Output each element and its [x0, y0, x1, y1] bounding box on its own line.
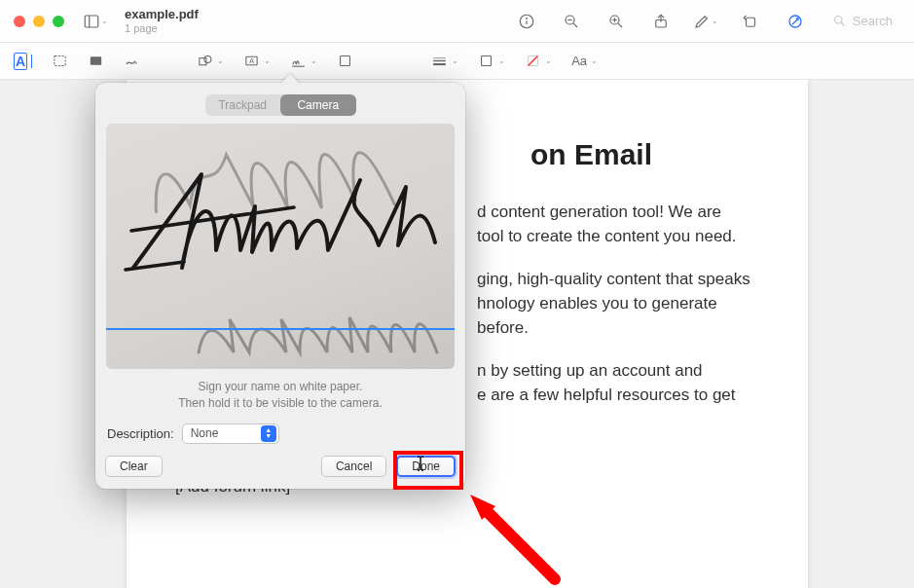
font-tool[interactable]: Aa⌄ [571, 54, 598, 68]
svg-rect-28 [482, 56, 492, 66]
camera-tab[interactable]: Camera [280, 94, 356, 116]
info-button[interactable] [511, 8, 542, 35]
file-title-block: example.pdf 1 page [125, 8, 199, 33]
sidebar-toggle[interactable]: ⌄ [80, 8, 111, 35]
description-value: None [191, 426, 219, 440]
annotate-toggle[interactable] [780, 8, 811, 35]
done-button[interactable]: Done [396, 456, 456, 477]
search-field[interactable]: Search [824, 10, 900, 32]
shapes-tool[interactable]: ⌄ [197, 53, 224, 69]
redact-tool[interactable] [88, 53, 104, 69]
camera-preview [106, 124, 455, 369]
line-style-tool[interactable]: ⌄ [431, 53, 458, 69]
svg-line-6 [573, 22, 577, 26]
file-name: example.pdf [125, 8, 199, 21]
zoom-out-button[interactable] [556, 8, 587, 35]
svg-line-16 [841, 22, 844, 25]
rotate-button[interactable] [735, 8, 766, 35]
description-select[interactable]: None ▲▼ [182, 423, 279, 444]
search-placeholder: Search [853, 14, 893, 28]
markup-toolbar: A ⌄ A⌄ ⌄ ⌄ ⌄ ⌄ Aa⌄ [0, 43, 914, 80]
file-subtitle: 1 page [125, 22, 199, 34]
signature-baseline [106, 328, 455, 330]
zoom-in-button[interactable] [601, 8, 632, 35]
close-window[interactable] [14, 16, 25, 27]
svg-line-9 [618, 22, 622, 26]
sign-tool[interactable]: ⌄ [290, 53, 317, 69]
svg-rect-0 [85, 16, 98, 27]
border-color-tool[interactable]: ⌄ [478, 53, 505, 69]
svg-point-4 [526, 18, 527, 18]
popover-button-row: Clear Cancel Done [105, 456, 456, 477]
svg-text:A: A [249, 57, 254, 65]
svg-rect-18 [91, 56, 101, 65]
signature-help-text: Sign your name on white paper. Then hold… [105, 379, 456, 412]
capture-mode-segmented[interactable]: Trackpad Camera [205, 94, 356, 116]
signature-popover: Trackpad Camera Sign your name on white … [95, 83, 465, 489]
description-label: Description: [107, 426, 174, 441]
fill-color-tool[interactable]: ⌄ [525, 53, 552, 69]
titlebar: ⌄ example.pdf 1 page ⌄ Search [0, 0, 914, 43]
trackpad-tab[interactable]: Trackpad [205, 94, 281, 116]
sketch-tool[interactable] [124, 53, 140, 69]
svg-point-15 [834, 17, 842, 24]
signature-captured-icon [124, 153, 445, 289]
text-tool[interactable]: A⌄ [243, 53, 271, 69]
svg-rect-13 [746, 18, 754, 26]
svg-rect-17 [55, 56, 65, 66]
markup-button[interactable]: ⌄ [690, 8, 721, 35]
cancel-button[interactable]: Cancel [321, 456, 386, 477]
svg-point-20 [204, 56, 211, 63]
svg-rect-24 [341, 56, 350, 66]
signature-reflection-icon [189, 304, 442, 369]
select-arrows-icon: ▲▼ [261, 425, 276, 442]
clear-button[interactable]: Clear [105, 456, 163, 477]
minimize-window[interactable] [33, 16, 45, 27]
maximize-window[interactable] [53, 16, 64, 27]
share-button[interactable] [645, 8, 676, 35]
rect-select-tool[interactable] [52, 53, 68, 69]
note-tool[interactable] [337, 53, 353, 69]
window-controls [14, 16, 64, 27]
description-row: Description: None ▲▼ [105, 423, 456, 444]
text-select-tool[interactable]: A [14, 53, 32, 70]
